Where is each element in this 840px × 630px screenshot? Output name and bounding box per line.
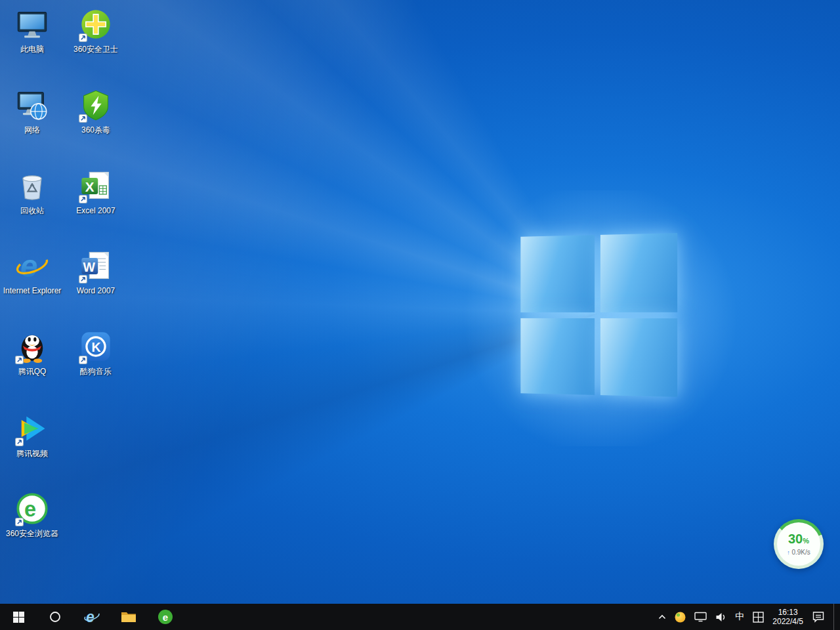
action-center-button[interactable] [812,604,825,630]
svg-text:K: K [92,340,101,354]
clock-time: 16:13 [772,608,803,617]
taskbar: e e [0,604,840,630]
360-browser-icon: e [158,610,173,624]
shortcut-arrow-icon [15,438,24,446]
desktop-icon-label: 360安全浏览器 [3,529,62,538]
windows-logo-pane [520,235,594,312]
shortcut-arrow-icon [79,275,87,284]
desktop-icon-label: 回收站 [3,206,62,215]
desktop-icon-label: 腾讯QQ [3,367,62,376]
360-browser-icon: e [13,490,51,528]
network-icon [13,86,51,124]
kugou-music-icon: K [77,327,115,366]
svg-text:W: W [83,260,96,274]
internet-explorer-icon: e [83,608,100,625]
shortcut-arrow-icon [15,356,24,364]
desktop-icon-label: Excel 2007 [66,206,125,215]
taskbar-file-explorer[interactable] [110,604,147,630]
ime-language-indicator[interactable]: 中 [735,604,744,630]
start-button[interactable] [0,604,37,630]
360-tray-icon [675,612,686,623]
shortcut-arrow-icon [79,356,87,364]
360-speed-ball[interactable]: 30% ↑ 0.9K/s [774,519,824,569]
desktop-icon-label: Word 2007 [66,286,125,295]
svg-text:e: e [86,608,94,625]
windows-logo-pane [520,318,594,394]
svg-text:X: X [85,179,94,194]
ime-grid-icon [753,612,764,623]
speaker-icon [715,612,726,622]
folder-icon [121,610,136,623]
svg-text:e: e [20,249,37,284]
upload-arrow-icon: ↑ [787,549,790,556]
desktop-icon-label: 网络 [3,125,62,135]
desktop-icon-excel-2007[interactable]: X Excel 2007 [66,167,125,215]
360-safe-guard-icon [77,5,115,43]
tray-hardware-button[interactable] [694,604,707,630]
action-center-icon [812,611,825,623]
ime-mode-button[interactable] [753,604,764,630]
360-antivirus-icon [77,86,115,124]
cortana-circle-icon [49,611,61,623]
desktop-icon-recycle-bin[interactable]: 回收站 [3,167,62,215]
360-speed-ball-face: 30% ↑ 0.9K/s [777,522,820,566]
taskbar-internet-explorer[interactable]: e [74,604,110,630]
tencent-qq-icon [13,327,51,366]
word-2007-icon: W [77,247,115,285]
desktop-icon-label: 360安全卫士 [66,45,125,54]
search-button[interactable] [37,604,74,630]
internet-explorer-icon: e [13,247,51,285]
desktop-wallpaper: 此电脑 网络 回收站 [0,0,840,604]
desktop-icon-label: 360杀毒 [66,125,125,135]
shortcut-arrow-icon [15,518,24,526]
tray-expand-button[interactable] [658,604,666,630]
taskbar-clock[interactable]: 16:13 2022/4/5 [772,608,803,626]
desktop-icon-this-pc[interactable]: 此电脑 [3,5,62,54]
desktop-icon-tencent-video[interactable]: 腾讯视频 [3,410,62,458]
desktop-icon-label: Internet Explorer [3,286,62,295]
desktop-icon-tencent-qq[interactable]: 腾讯QQ [3,327,62,376]
desktop-icon-internet-explorer[interactable]: e Internet Explorer [3,247,62,295]
windows-start-icon [13,612,24,623]
clock-date: 2022/4/5 [772,617,803,626]
desktop-icon-360-browser[interactable]: e 360安全浏览器 [3,490,62,538]
recycle-bin-icon [13,167,51,205]
monitor-icon [694,612,707,622]
excel-2007-icon: X [77,167,115,205]
shortcut-arrow-icon [79,195,87,203]
memory-usage-percent: 30% [788,532,809,547]
desktop-icon-360-safe-guard[interactable]: 360安全卫士 [66,5,125,54]
chevron-up-icon [658,614,666,620]
show-desktop-button[interactable] [833,604,837,630]
windows-logo [520,233,677,397]
svg-text:e: e [24,497,36,521]
shortcut-arrow-icon [79,33,87,42]
shortcut-arrow-icon [79,114,87,123]
desktop-icon-kugou-music[interactable]: K 酷狗音乐 [66,327,125,376]
desktop-icon-network[interactable]: 网络 [3,86,62,135]
desktop-icon-label: 酷狗音乐 [66,367,125,376]
tray-volume-button[interactable] [715,604,726,630]
network-speed: ↑ 0.9K/s [787,549,810,556]
this-pc-icon [13,5,51,43]
desktop-icon-label: 腾讯视频 [3,449,62,458]
desktop-icon-word-2007[interactable]: W Word 2007 [66,247,125,295]
desktop-icon-label: 此电脑 [3,45,62,54]
desktop-icon-360-antivirus[interactable]: 360杀毒 [66,86,125,135]
windows-logo-pane [600,318,677,397]
tencent-video-icon [13,410,51,448]
tray-360-icon-button[interactable] [675,604,686,630]
windows-logo-pane [600,233,677,312]
taskbar-360-browser[interactable]: e [147,604,184,630]
